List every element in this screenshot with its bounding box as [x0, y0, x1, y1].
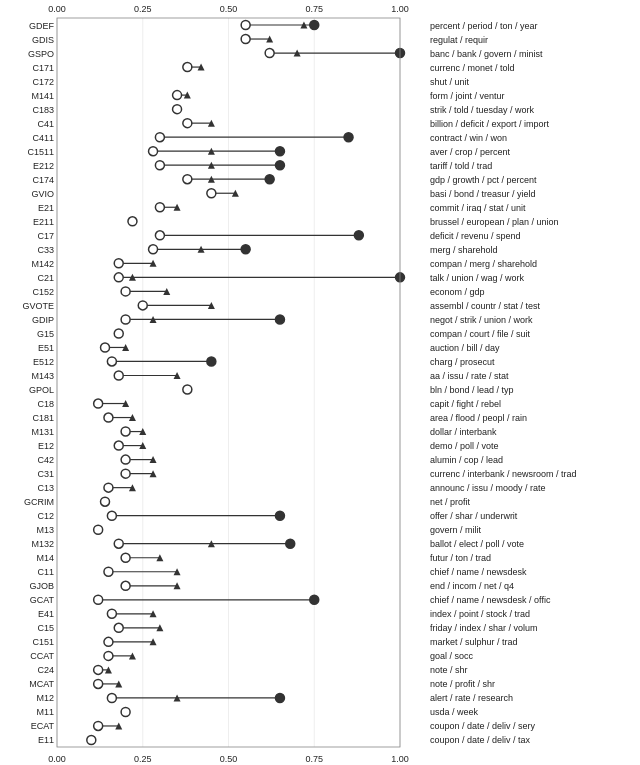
row-label-left: GSPO	[28, 49, 54, 59]
svg-text:1.00: 1.00	[391, 4, 409, 14]
row-label-left: C42	[37, 455, 54, 465]
row-label-left: C181	[32, 413, 54, 423]
row-label-right: assembl / countr / stat / test	[430, 301, 541, 311]
row-label-left: E21	[38, 203, 54, 213]
open-circle	[104, 637, 113, 646]
row-label-right: negot / strik / union / work	[430, 315, 533, 325]
row-label-left: GDIS	[32, 35, 54, 45]
row-label-left: M142	[31, 259, 54, 269]
svg-text:0.75: 0.75	[305, 4, 323, 14]
row-label-right: note / shr	[430, 665, 468, 675]
row-label-left: C12	[37, 511, 54, 521]
row-label-left: C172	[32, 77, 54, 87]
open-circle	[107, 511, 116, 520]
open-circle	[94, 525, 103, 534]
open-circle	[183, 385, 192, 394]
row-label-left: C152	[32, 287, 54, 297]
row-label-right: regulat / requir	[430, 35, 488, 45]
svg-text:0.25: 0.25	[134, 4, 152, 14]
row-label-left: C33	[37, 245, 54, 255]
row-label-right: currenc / monet / told	[430, 63, 515, 73]
row-label-right: market / sulphur / trad	[430, 637, 518, 647]
row-label-right: area / flood / peopl / rain	[430, 413, 527, 423]
open-circle	[114, 441, 123, 450]
open-circle	[121, 469, 130, 478]
row-label-right: futur / ton / trad	[430, 553, 491, 563]
row-label-left: C18	[37, 399, 54, 409]
open-circle	[241, 21, 250, 30]
open-circle	[87, 735, 96, 744]
chart-container: text { font-family: Arial, sans-serif; f…	[0, 0, 640, 765]
open-circle	[121, 581, 130, 590]
row-label-right: index / point / stock / trad	[430, 609, 530, 619]
row-label-right: deficit / revenu / spend	[430, 231, 521, 241]
open-circle	[173, 91, 182, 100]
svg-text:0.00: 0.00	[48, 4, 66, 14]
open-circle	[155, 133, 164, 142]
row-label-right: net / profit	[430, 497, 471, 507]
filled-circle	[275, 693, 284, 702]
row-label-right: usda / week	[430, 707, 479, 717]
svg-text:0.50: 0.50	[220, 754, 238, 764]
row-label-right: offer / shar / underwrit	[430, 511, 518, 521]
open-circle	[121, 707, 130, 716]
filled-circle	[275, 315, 284, 324]
row-label-right: merg / sharehold	[430, 245, 498, 255]
svg-text:0.75: 0.75	[305, 754, 323, 764]
row-label-right: capit / fight / rebel	[430, 399, 501, 409]
row-label-right: friday / index / shar / volum	[430, 623, 538, 633]
row-label-right: compan / merg / sharehold	[430, 259, 537, 269]
row-label-left: GDEF	[29, 21, 55, 31]
filled-circle	[241, 245, 250, 254]
row-label-left: M12	[36, 693, 54, 703]
row-label-left: M13	[36, 525, 54, 535]
row-label-left: E211	[33, 217, 54, 227]
open-circle	[107, 693, 116, 702]
row-label-left: M11	[36, 707, 54, 717]
row-label-right: goal / socc	[430, 651, 474, 661]
row-label-right: dollar / interbank	[430, 427, 497, 437]
open-circle	[94, 399, 103, 408]
row-label-right: form / joint / ventur	[430, 91, 505, 101]
svg-text:0.50: 0.50	[220, 4, 238, 14]
row-label-right: aver / crop / percent	[430, 147, 511, 157]
open-circle	[101, 497, 110, 506]
row-label-left: E41	[38, 609, 54, 619]
row-label-right: charg / prosecut	[430, 357, 495, 367]
row-label-left: M131	[31, 427, 54, 437]
open-circle	[114, 273, 123, 282]
open-circle	[94, 721, 103, 730]
open-circle	[104, 651, 113, 660]
main-chart: text { font-family: Arial, sans-serif; f…	[0, 0, 640, 765]
row-label-right: chief / name / newsdesk	[430, 567, 527, 577]
row-label-right: billion / deficit / export / import	[430, 119, 550, 129]
row-label-right: percent / period / ton / year	[430, 21, 538, 31]
row-label-left: GPOL	[29, 385, 54, 395]
row-label-left: GJOB	[29, 581, 54, 591]
filled-circle	[286, 539, 295, 548]
row-label-right: demo / poll / vote	[430, 441, 499, 451]
row-label-right: gdp / growth / pct / percent	[430, 175, 537, 185]
row-label-left: M132	[31, 539, 54, 549]
row-label-right: currenc / interbank / newsroom / trad	[430, 469, 577, 479]
row-label-right: end / incom / net / q4	[430, 581, 514, 591]
row-label-left: C21	[37, 273, 54, 283]
row-label-left: C151	[32, 637, 54, 647]
row-label-left: C15	[37, 623, 54, 633]
row-label-right: ballot / elect / poll / vote	[430, 539, 524, 549]
open-circle	[155, 161, 164, 170]
row-label-left: MCAT	[29, 679, 54, 689]
row-label-right: govern / milit	[430, 525, 482, 535]
open-circle	[114, 539, 123, 548]
row-label-left: C171	[32, 63, 54, 73]
row-label-left: C183	[32, 105, 54, 115]
open-circle	[183, 63, 192, 72]
row-label-right: shut / unit	[430, 77, 470, 87]
open-circle	[183, 175, 192, 184]
row-label-left: GCRIM	[24, 497, 54, 507]
row-label-right: compan / court / file / suit	[430, 329, 531, 339]
open-circle	[121, 455, 130, 464]
filled-circle	[275, 147, 284, 156]
row-label-right: talk / union / wag / work	[430, 273, 525, 283]
row-label-right: note / profit / shr	[430, 679, 495, 689]
